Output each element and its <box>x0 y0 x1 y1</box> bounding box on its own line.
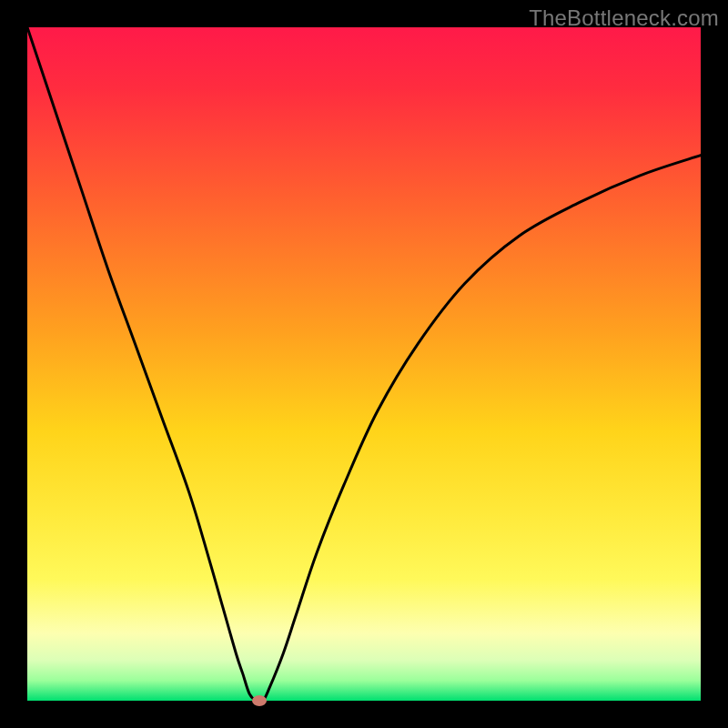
optimal-point-marker <box>252 695 267 706</box>
bottleneck-curve <box>27 27 701 701</box>
chart-container: TheBottleneck.com <box>0 0 728 728</box>
watermark-text: TheBottleneck.com <box>529 5 719 31</box>
